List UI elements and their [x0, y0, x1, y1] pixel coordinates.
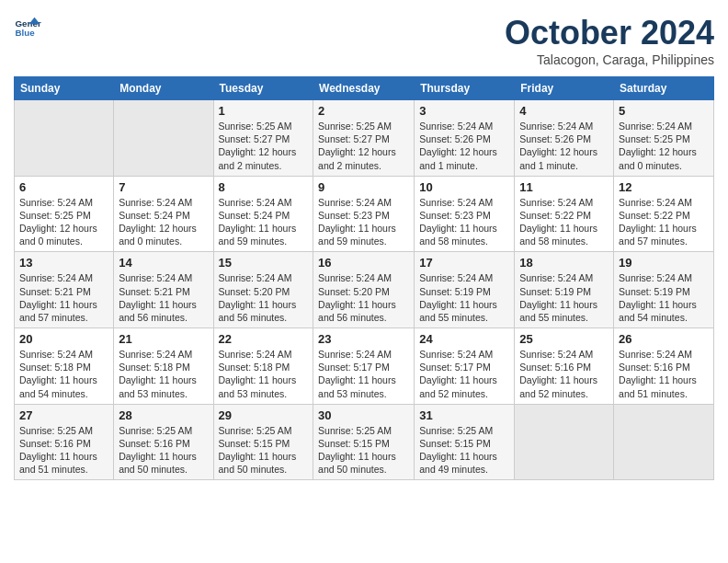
day-info: Sunrise: 5:24 AM Sunset: 5:20 PM Dayligh…	[318, 271, 409, 324]
day-number: 16	[318, 256, 409, 270]
day-info: Sunrise: 5:24 AM Sunset: 5:18 PM Dayligh…	[219, 348, 309, 400]
day-info: Sunrise: 5:24 AM Sunset: 5:26 PM Dayligh…	[519, 120, 609, 172]
calendar-cell: 11Sunrise: 5:24 AM Sunset: 5:22 PM Dayli…	[515, 176, 614, 252]
day-number: 23	[318, 332, 409, 346]
calendar-cell: 22Sunrise: 5:24 AM Sunset: 5:18 PM Dayli…	[213, 328, 313, 405]
day-number: 17	[419, 256, 509, 270]
day-number: 30	[318, 408, 409, 422]
calendar-table: SundayMondayTuesdayWednesdayThursdayFrid…	[14, 76, 714, 480]
weekday-header-thursday: Thursday	[415, 77, 515, 100]
calendar-week-1: 1Sunrise: 5:25 AM Sunset: 5:27 PM Daylig…	[15, 100, 714, 177]
calendar-cell: 14Sunrise: 5:24 AM Sunset: 5:21 PM Dayli…	[114, 252, 213, 328]
day-number: 13	[19, 256, 108, 270]
location-subtitle: Talacogon, Caraga, Philippines	[505, 52, 714, 67]
calendar-cell: 23Sunrise: 5:24 AM Sunset: 5:17 PM Dayli…	[313, 328, 415, 405]
calendar-cell: 9Sunrise: 5:24 AM Sunset: 5:23 PM Daylig…	[313, 176, 415, 252]
calendar-cell: 20Sunrise: 5:24 AM Sunset: 5:18 PM Dayli…	[15, 328, 114, 405]
calendar-week-4: 20Sunrise: 5:24 AM Sunset: 5:18 PM Dayli…	[15, 328, 714, 405]
calendar-cell: 17Sunrise: 5:24 AM Sunset: 5:19 PM Dayli…	[415, 252, 515, 328]
day-number: 25	[519, 332, 609, 346]
day-info: Sunrise: 5:24 AM Sunset: 5:16 PM Dayligh…	[519, 348, 609, 400]
day-number: 26	[619, 332, 709, 346]
day-number: 7	[119, 180, 208, 194]
day-info: Sunrise: 5:24 AM Sunset: 5:18 PM Dayligh…	[119, 348, 208, 400]
title-block: October 2024 Talacogon, Caraga, Philippi…	[505, 14, 714, 67]
day-number: 9	[318, 180, 409, 194]
calendar-cell: 12Sunrise: 5:24 AM Sunset: 5:22 PM Dayli…	[614, 176, 714, 252]
day-info: Sunrise: 5:24 AM Sunset: 5:24 PM Dayligh…	[119, 196, 208, 248]
month-title: October 2024	[505, 14, 714, 52]
day-number: 29	[219, 408, 309, 422]
calendar-cell	[515, 404, 614, 480]
calendar-cell: 1Sunrise: 5:25 AM Sunset: 5:27 PM Daylig…	[213, 100, 313, 177]
day-info: Sunrise: 5:25 AM Sunset: 5:27 PM Dayligh…	[318, 120, 409, 172]
page-header: General Blue October 2024 Talacogon, Car…	[14, 14, 714, 67]
day-info: Sunrise: 5:25 AM Sunset: 5:15 PM Dayligh…	[318, 424, 409, 477]
day-number: 12	[619, 180, 709, 194]
day-info: Sunrise: 5:25 AM Sunset: 5:16 PM Dayligh…	[119, 424, 208, 477]
day-number: 18	[519, 256, 609, 270]
calendar-cell	[614, 404, 714, 480]
day-info: Sunrise: 5:24 AM Sunset: 5:18 PM Dayligh…	[19, 348, 108, 400]
day-number: 27	[19, 408, 108, 422]
weekday-header-tuesday: Tuesday	[213, 77, 313, 100]
day-info: Sunrise: 5:24 AM Sunset: 5:23 PM Dayligh…	[419, 196, 509, 248]
day-info: Sunrise: 5:25 AM Sunset: 5:27 PM Dayligh…	[219, 120, 309, 172]
day-number: 3	[419, 104, 509, 118]
day-number: 24	[419, 332, 509, 346]
calendar-cell: 18Sunrise: 5:24 AM Sunset: 5:19 PM Dayli…	[515, 252, 614, 328]
day-number: 14	[119, 256, 208, 270]
day-info: Sunrise: 5:24 AM Sunset: 5:19 PM Dayligh…	[519, 271, 609, 324]
weekday-header-wednesday: Wednesday	[313, 77, 415, 100]
day-number: 22	[219, 332, 309, 346]
calendar-cell: 26Sunrise: 5:24 AM Sunset: 5:16 PM Dayli…	[614, 328, 714, 405]
day-info: Sunrise: 5:25 AM Sunset: 5:15 PM Dayligh…	[219, 424, 309, 477]
weekday-header-sunday: Sunday	[15, 77, 114, 100]
calendar-cell: 29Sunrise: 5:25 AM Sunset: 5:15 PM Dayli…	[213, 404, 313, 480]
day-number: 8	[219, 180, 309, 194]
day-info: Sunrise: 5:24 AM Sunset: 5:16 PM Dayligh…	[619, 348, 709, 400]
day-number: 20	[19, 332, 108, 346]
weekday-header-monday: Monday	[114, 77, 213, 100]
calendar-cell: 16Sunrise: 5:24 AM Sunset: 5:20 PM Dayli…	[313, 252, 415, 328]
day-info: Sunrise: 5:24 AM Sunset: 5:19 PM Dayligh…	[619, 271, 709, 324]
day-number: 5	[619, 104, 709, 118]
calendar-cell: 2Sunrise: 5:25 AM Sunset: 5:27 PM Daylig…	[313, 100, 415, 177]
calendar-cell: 8Sunrise: 5:24 AM Sunset: 5:24 PM Daylig…	[213, 176, 313, 252]
logo-icon: General Blue	[14, 14, 41, 41]
day-info: Sunrise: 5:25 AM Sunset: 5:16 PM Dayligh…	[19, 424, 108, 477]
logo: General Blue	[14, 14, 41, 41]
calendar-cell: 5Sunrise: 5:24 AM Sunset: 5:25 PM Daylig…	[614, 100, 714, 177]
day-number: 6	[19, 180, 108, 194]
day-info: Sunrise: 5:24 AM Sunset: 5:22 PM Dayligh…	[619, 196, 709, 248]
day-number: 31	[419, 408, 509, 422]
weekday-row: SundayMondayTuesdayWednesdayThursdayFrid…	[15, 77, 714, 100]
day-number: 11	[519, 180, 609, 194]
svg-text:Blue: Blue	[16, 28, 36, 38]
calendar-cell: 7Sunrise: 5:24 AM Sunset: 5:24 PM Daylig…	[114, 176, 213, 252]
day-number: 28	[119, 408, 208, 422]
calendar-cell: 3Sunrise: 5:24 AM Sunset: 5:26 PM Daylig…	[415, 100, 515, 177]
day-info: Sunrise: 5:24 AM Sunset: 5:19 PM Dayligh…	[419, 271, 509, 324]
calendar-cell	[15, 100, 114, 177]
day-info: Sunrise: 5:24 AM Sunset: 5:20 PM Dayligh…	[219, 271, 309, 324]
calendar-week-3: 13Sunrise: 5:24 AM Sunset: 5:21 PM Dayli…	[15, 252, 714, 328]
day-info: Sunrise: 5:24 AM Sunset: 5:21 PM Dayligh…	[19, 271, 108, 324]
weekday-header-saturday: Saturday	[614, 77, 714, 100]
calendar-cell: 28Sunrise: 5:25 AM Sunset: 5:16 PM Dayli…	[114, 404, 213, 480]
calendar-cell: 6Sunrise: 5:24 AM Sunset: 5:25 PM Daylig…	[15, 176, 114, 252]
calendar-week-2: 6Sunrise: 5:24 AM Sunset: 5:25 PM Daylig…	[15, 176, 714, 252]
calendar-cell: 31Sunrise: 5:25 AM Sunset: 5:15 PM Dayli…	[415, 404, 515, 480]
day-number: 10	[419, 180, 509, 194]
calendar-cell: 4Sunrise: 5:24 AM Sunset: 5:26 PM Daylig…	[515, 100, 614, 177]
calendar-cell: 10Sunrise: 5:24 AM Sunset: 5:23 PM Dayli…	[415, 176, 515, 252]
day-number: 4	[519, 104, 609, 118]
day-number: 21	[119, 332, 208, 346]
calendar-cell: 19Sunrise: 5:24 AM Sunset: 5:19 PM Dayli…	[614, 252, 714, 328]
calendar-body: 1Sunrise: 5:25 AM Sunset: 5:27 PM Daylig…	[15, 100, 714, 480]
calendar-cell: 21Sunrise: 5:24 AM Sunset: 5:18 PM Dayli…	[114, 328, 213, 405]
day-info: Sunrise: 5:24 AM Sunset: 5:25 PM Dayligh…	[619, 120, 709, 172]
day-number: 2	[318, 104, 409, 118]
calendar-cell	[114, 100, 213, 177]
day-info: Sunrise: 5:24 AM Sunset: 5:23 PM Dayligh…	[318, 196, 409, 248]
